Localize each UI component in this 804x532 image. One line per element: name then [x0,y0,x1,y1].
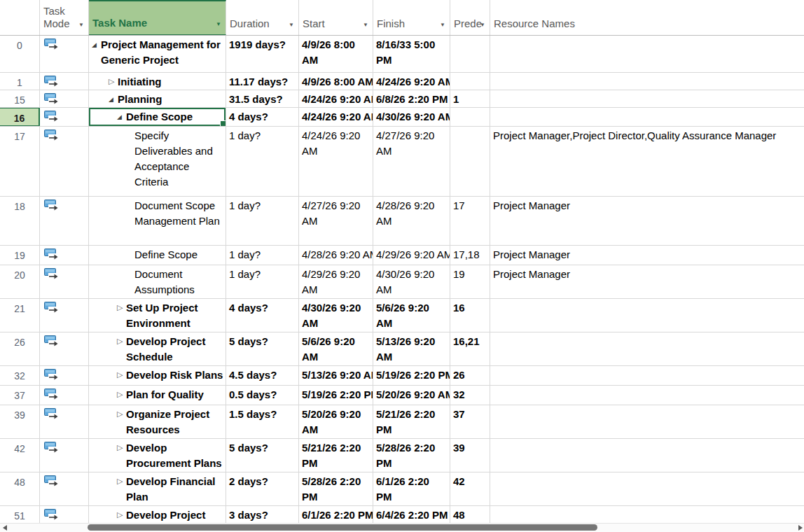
finish-date-cell[interactable]: 8/16/33 5:00 PM [373,36,450,72]
duration-cell[interactable]: 3 days? [226,506,299,524]
start-date-cell[interactable]: 6/1/26 2:20 PM [299,506,373,524]
finish-date-cell[interactable]: 5/20/26 9:20 AM [373,386,450,405]
task-name-cell[interactable]: ▷Develop Procurement Plans [89,439,226,472]
collapse-outline-icon[interactable]: ◢ [92,37,101,52]
filter-dropdown-icon[interactable]: ▼ [440,22,445,28]
finish-date-cell[interactable]: 5/21/26 2:20 PM [373,405,450,438]
duration-cell[interactable]: 5 days? [226,332,299,365]
predecessors-cell[interactable]: 16,21 [450,332,490,365]
resource-names-cell[interactable] [490,73,804,90]
task-name-cell[interactable]: ▷Initiating [89,73,226,90]
duration-cell[interactable]: 4 days? [226,108,299,126]
resource-names-cell[interactable]: Project Manager,Project Director,Quality… [490,127,804,196]
predecessors-cell[interactable] [450,108,490,126]
start-date-cell[interactable]: 4/27/26 9:20 AM [299,197,373,245]
start-date-cell[interactable]: 5/20/26 9:20 AM [299,405,373,438]
start-date-cell[interactable]: 4/30/26 9:20 AM [299,299,373,332]
row-id-cell[interactable]: 17 [0,127,40,196]
task-name-cell[interactable]: ◢Project Management for Generic Project [89,36,226,72]
task-mode-cell[interactable] [40,439,89,472]
predecessors-cell[interactable]: 16 [450,299,490,332]
row-id-cell[interactable]: 26 [0,332,40,365]
task-mode-cell[interactable] [40,36,89,72]
start-date-cell[interactable]: 5/28/26 2:20 PM [299,472,373,505]
row-id-cell[interactable]: 20 [0,265,40,298]
column-header-predecessors[interactable]: Prede▼ [450,0,490,35]
resource-names-cell[interactable] [490,366,804,385]
predecessors-cell[interactable]: 48 [450,506,490,524]
duration-cell[interactable]: 1 day? [226,246,299,265]
task-mode-cell[interactable] [40,405,89,438]
finish-date-cell[interactable]: 4/28/26 9:20 AM [373,197,450,245]
row-id-cell[interactable]: 15 [0,90,40,107]
row-id-cell[interactable]: 0 [0,36,40,72]
scrollbar-thumb[interactable] [88,524,597,531]
resource-names-cell[interactable] [490,439,804,472]
resource-names-cell[interactable]: Project Manager [490,265,804,298]
resource-names-cell[interactable] [490,472,804,505]
column-header-start[interactable]: Start▼ [299,0,373,35]
column-header-resource-names[interactable]: Resource Names [490,0,804,35]
duration-cell[interactable]: 31.5 days? [226,90,299,107]
task-name-cell[interactable]: ▷Plan for Quality [89,386,226,405]
duration-cell[interactable]: 11.17 days? [226,73,299,90]
expand-outline-icon[interactable]: ▷ [117,407,126,422]
task-mode-cell[interactable] [40,332,89,365]
task-name-cell[interactable]: ▷Develop Financial Plan [89,472,226,505]
resource-names-cell[interactable] [490,90,804,107]
duration-cell[interactable]: 1 day? [226,197,299,245]
predecessors-cell[interactable]: 39 [450,439,490,472]
expand-outline-icon[interactable]: ▷ [117,300,126,316]
predecessors-cell[interactable]: 19 [450,265,490,298]
resource-names-cell[interactable] [490,386,804,405]
resource-names-cell[interactable] [490,108,804,126]
task-name-cell[interactable]: ▷Develop Project Schedule [89,332,226,365]
filter-dropdown-icon[interactable]: ▼ [216,22,221,27]
finish-date-cell[interactable]: 4/30/26 9:20 AM [373,108,450,126]
finish-date-cell[interactable]: 4/24/26 9:20 AM [373,73,450,90]
duration-cell[interactable]: 1919 days? [226,36,299,72]
start-date-cell[interactable]: 5/13/26 9:20 AM [299,366,373,385]
filter-dropdown-icon[interactable]: ▼ [289,22,294,28]
selection-fill-handle[interactable] [220,120,226,126]
predecessors-cell[interactable] [450,36,490,72]
predecessors-cell[interactable]: 17,18 [450,246,490,265]
task-name-cell[interactable]: ▷Develop Risk Plans [89,366,226,385]
finish-date-cell[interactable]: 4/29/26 9:20 AM [373,246,450,265]
task-name-cell[interactable]: ◢Define Scope [89,108,226,126]
start-date-cell[interactable]: 5/21/26 2:20 PM [299,439,373,472]
duration-cell[interactable]: 4.5 days? [226,366,299,385]
task-mode-cell[interactable] [40,299,89,332]
expand-outline-icon[interactable]: ▷ [117,474,126,489]
resource-names-cell[interactable] [490,299,804,332]
finish-date-cell[interactable]: 4/30/26 9:20 AM [373,265,450,298]
duration-cell[interactable]: 1 day? [226,127,299,196]
resource-names-cell[interactable] [490,36,804,72]
row-id-cell[interactable]: 18 [0,197,40,245]
row-id-cell[interactable]: 37 [0,386,40,405]
start-date-cell[interactable]: 5/6/26 9:20 AM [299,332,373,365]
start-date-cell[interactable]: 4/24/26 9:20 AM [299,108,373,126]
row-id-cell[interactable]: 16 [0,108,40,126]
finish-date-cell[interactable]: 6/4/26 2:20 PM [373,506,450,524]
filter-dropdown-icon[interactable]: ▼ [363,22,368,28]
predecessors-cell[interactable]: 1 [450,90,490,107]
row-id-cell[interactable]: 48 [0,472,40,505]
column-header-task-name[interactable]: Task Name▼ [89,0,226,35]
start-date-cell[interactable]: 5/19/26 2:20 PM [299,386,373,405]
scroll-right-arrow-icon[interactable] [798,525,803,531]
finish-date-cell[interactable]: 4/27/26 9:20 AM [373,127,450,196]
finish-date-cell[interactable]: 5/28/26 2:20 PM [373,439,450,472]
predecessors-cell[interactable]: 37 [450,405,490,438]
horizontal-scrollbar[interactable] [0,523,804,532]
row-id-cell[interactable]: 39 [0,405,40,438]
column-header-task-mode[interactable]: Task Mode▼ [40,0,89,35]
predecessors-cell[interactable] [450,73,490,90]
task-name-cell[interactable]: Document Assumptions [89,265,226,298]
resource-names-cell[interactable]: Project Manager [490,197,804,245]
row-id-cell[interactable]: 1 [0,73,40,90]
task-mode-cell[interactable] [40,90,89,107]
task-mode-cell[interactable] [40,506,89,524]
task-mode-cell[interactable] [40,73,89,90]
task-mode-cell[interactable] [40,386,89,405]
